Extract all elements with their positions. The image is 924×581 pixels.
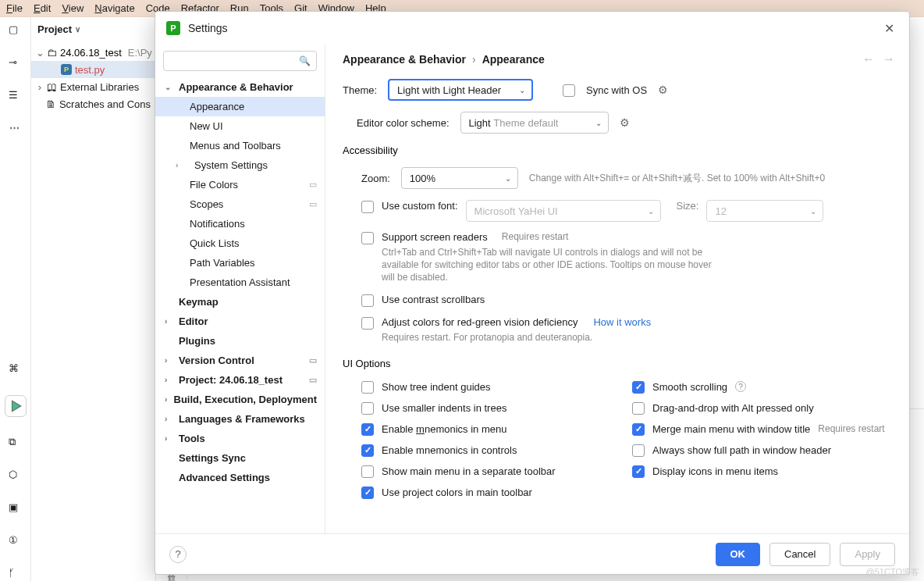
sidebar-item-tools[interactable]: ›Tools xyxy=(155,429,325,448)
back-icon[interactable]: ← xyxy=(862,52,875,66)
option-label: Use project colors in main toolbar xyxy=(382,487,532,498)
sidebar-item-label: Path Variables xyxy=(190,257,255,269)
gear-icon[interactable]: ⚙ xyxy=(658,84,668,96)
option-show-tree-indent-guides[interactable]: Show tree indent guides xyxy=(361,380,624,394)
size-combo[interactable]: 12 ⌄ xyxy=(706,200,823,222)
sidebar-item-languages-frameworks[interactable]: ›Languages & Frameworks xyxy=(155,409,325,429)
option-display-icons-in-menu-items[interactable]: Display icons in menu items xyxy=(632,465,895,478)
commit-icon[interactable]: ⊸ xyxy=(9,56,23,70)
option-smooth-scrolling[interactable]: Smooth scrolling? xyxy=(632,380,895,394)
font-combo[interactable]: Microsoft YaHei UI ⌄ xyxy=(466,200,661,222)
sidebar-item-build-execution-deployment[interactable]: ›Build, Execution, Deployment xyxy=(155,390,325,409)
menu-view[interactable]: View xyxy=(62,2,84,14)
option-enable-mnemonics-in-menu[interactable]: Enable mnemonics in menu xyxy=(361,422,624,436)
checkbox[interactable] xyxy=(361,423,374,436)
option-use-smaller-indents-in-trees[interactable]: Use smaller indents in trees xyxy=(361,401,624,415)
folder-icon[interactable]: ▢ xyxy=(9,23,23,37)
sidebar-item-project-24-06-18-test[interactable]: ›Project: 24.06.18_test▭ xyxy=(155,370,325,390)
checkbox[interactable] xyxy=(361,465,374,478)
sidebar-item-scopes[interactable]: Scopes▭ xyxy=(155,194,325,214)
tree-external-libs[interactable]: › 🕮 External Libraries xyxy=(31,78,155,95)
menu-navigate[interactable]: Navigate xyxy=(94,2,134,14)
debug-icon[interactable]: ⬡ xyxy=(9,469,23,483)
sidebar-item-appearance-behavior[interactable]: ⌄Appearance & Behavior xyxy=(155,77,325,97)
ok-button[interactable]: OK xyxy=(716,543,761,566)
python-icon[interactable]: ⌘ xyxy=(9,362,23,376)
checkbox[interactable] xyxy=(361,487,374,499)
vcs-icon[interactable]: ᚶ xyxy=(9,567,23,581)
sidebar-item-system-settings[interactable]: ›System Settings xyxy=(155,155,325,175)
more-icon[interactable]: ⋯ xyxy=(9,122,21,134)
size-label: Size: xyxy=(677,200,699,212)
option-label: Use smaller indents in trees xyxy=(382,402,506,414)
option-label: Drag-and-drop with Alt pressed only xyxy=(652,402,814,414)
checkbox[interactable] xyxy=(361,381,374,394)
scheme-combo[interactable]: Light Theme default ⌄ xyxy=(460,112,609,134)
theme-combo[interactable]: Light with Light Header ⌄ xyxy=(388,79,533,101)
option-show-main-menu-in-a-separate-toolbar[interactable]: Show main menu in a separate toolbar xyxy=(361,465,624,478)
checkbox[interactable] xyxy=(632,465,645,478)
how-it-works-link[interactable]: How it works xyxy=(593,316,651,328)
option-hint: Requires restart xyxy=(818,423,884,434)
project-header[interactable]: Project ∨ xyxy=(31,17,155,41)
structure-icon[interactable]: ☰ xyxy=(9,89,23,103)
tree-scratches[interactable]: 🗎 Scratches and Cons xyxy=(31,95,155,112)
tree-root[interactable]: ⌄ 🗀 24.06.18_test E:\Py xyxy=(31,44,155,61)
cancel-button[interactable]: Cancel xyxy=(769,543,830,566)
option-use-project-colors-in-main-toolbar[interactable]: Use project colors in main toolbar xyxy=(361,486,624,499)
forward-icon[interactable]: → xyxy=(883,52,895,66)
sidebar-item-label: Advanced Settings xyxy=(179,472,270,483)
sidebar-item-advanced-settings[interactable]: Advanced Settings xyxy=(155,468,325,487)
gear-icon[interactable]: ⚙ xyxy=(620,116,630,129)
checkbox[interactable] xyxy=(632,381,645,394)
option-merge-main-menu-with-window-title[interactable]: Merge main menu with window titleRequire… xyxy=(632,422,895,436)
sidebar-item-quick-lists[interactable]: Quick Lists xyxy=(155,233,325,253)
chevron-icon: › xyxy=(165,317,174,326)
checkbox[interactable] xyxy=(632,423,645,436)
sidebar-item-presentation-assistant[interactable]: Presentation Assistant xyxy=(155,273,325,292)
crumb-root[interactable]: Appearance & Behavior xyxy=(343,53,466,66)
checkbox[interactable] xyxy=(361,444,374,457)
checkbox[interactable] xyxy=(632,402,645,415)
sidebar-item-appearance[interactable]: Appearance xyxy=(155,97,325,116)
info-icon[interactable]: ? xyxy=(735,381,746,392)
sidebar-item-editor[interactable]: ›Editor xyxy=(155,312,325,331)
problems-icon[interactable]: ① xyxy=(9,534,23,548)
tree-file-testpy[interactable]: Ptest.py xyxy=(31,61,155,78)
option-drag-and-drop-with-alt-pressed-only[interactable]: Drag-and-drop with Alt pressed only xyxy=(632,401,895,415)
custom-font-checkbox[interactable] xyxy=(361,201,374,213)
contrast-scrollbars-checkbox[interactable] xyxy=(361,294,374,307)
menu-file[interactable]: File xyxy=(6,2,23,14)
services-icon[interactable]: ⧉ xyxy=(9,436,23,450)
screen-readers-checkbox[interactable] xyxy=(361,232,374,244)
root-name: 24.06.18_test xyxy=(60,47,122,59)
run-button[interactable] xyxy=(5,395,27,417)
sidebar-item-path-variables[interactable]: Path Variables xyxy=(155,253,325,273)
sync-os-checkbox[interactable] xyxy=(563,84,575,97)
menu-edit[interactable]: Edit xyxy=(34,2,51,14)
option-enable-mnemonics-in-controls[interactable]: Enable mnemonics in controls xyxy=(361,444,624,457)
sidebar-item-keymap[interactable]: Keymap xyxy=(155,292,325,312)
sidebar-item-version-control[interactable]: ›Version Control▭ xyxy=(155,351,325,370)
ui-options-heading: UI Options xyxy=(343,358,895,369)
sidebar-item-label: File Colors xyxy=(190,179,238,191)
sidebar-item-label: Appearance & Behavior xyxy=(179,81,293,93)
checkbox[interactable] xyxy=(632,444,645,457)
option-always-show-full-path-in-window-header[interactable]: Always show full path in window header xyxy=(632,444,895,457)
zoom-combo[interactable]: 100% ⌄ xyxy=(401,167,518,189)
sidebar-item-settings-sync[interactable]: Settings Sync xyxy=(155,448,325,468)
sidebar-item-notifications[interactable]: Notifications xyxy=(155,214,325,233)
sidebar-item-new-ui[interactable]: New UI xyxy=(155,116,325,136)
search-input[interactable] xyxy=(163,51,317,71)
apply-button[interactable]: Apply xyxy=(840,543,895,566)
sidebar-item-menus-and-toolbars[interactable]: Menus and Toolbars xyxy=(155,136,325,155)
sidebar-item-file-colors[interactable]: File Colors▭ xyxy=(155,175,325,194)
help-icon[interactable]: ? xyxy=(169,546,187,563)
size-value: 12 xyxy=(715,205,726,217)
sidebar-item-plugins[interactable]: Plugins xyxy=(155,331,325,351)
terminal-icon[interactable]: ▣ xyxy=(9,501,23,515)
project-pane: Project ∨ ⌄ 🗀 24.06.18_test E:\Py Ptest.… xyxy=(31,17,156,581)
redgreen-checkbox[interactable] xyxy=(361,317,374,330)
close-icon[interactable]: ✕ xyxy=(880,21,898,36)
checkbox[interactable] xyxy=(361,402,374,415)
